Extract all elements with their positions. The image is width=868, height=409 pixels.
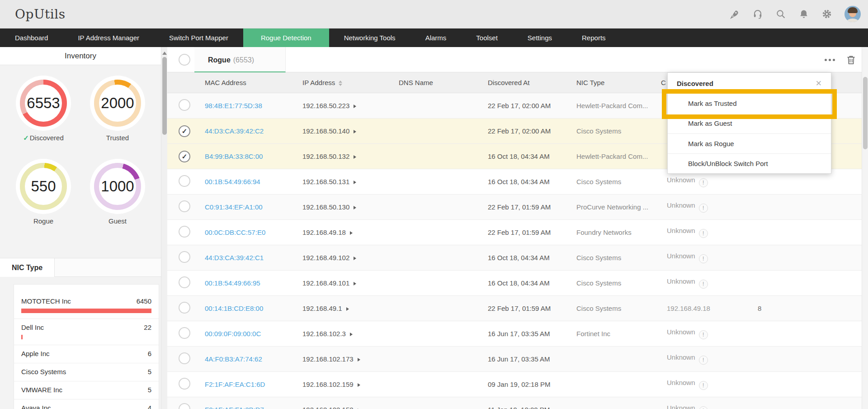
column-header-nic-type[interactable]: NIC Type [573, 79, 656, 86]
expand-caret-icon[interactable] [354, 282, 356, 285]
row-checkbox[interactable] [179, 226, 190, 238]
expand-caret-icon[interactable] [354, 257, 356, 260]
mac-address-link[interactable]: 00:09:0F:09:00:0C [205, 330, 261, 338]
row-checkbox[interactable] [179, 327, 190, 339]
headset-icon[interactable] [752, 9, 763, 19]
expand-caret-icon[interactable] [354, 181, 356, 184]
row-checkbox[interactable] [179, 276, 190, 288]
expand-caret-icon[interactable] [350, 333, 353, 336]
select-all-checkbox[interactable] [179, 54, 190, 66]
scroll-up-arrow-icon[interactable] [162, 49, 167, 55]
mac-address-link[interactable]: B4:99:BA:33:8C:00 [205, 152, 263, 160]
expand-caret-icon[interactable] [354, 130, 356, 133]
unknown-info-icon[interactable]: ! [699, 254, 708, 263]
cell-nic-type: Cisco Systems [573, 254, 656, 262]
nav-item-rogue-detection[interactable]: Rogue Detection [243, 29, 329, 47]
mac-address-link[interactable]: 4A:F0:B3:A7:74:62 [205, 355, 262, 363]
column-header-dns-name[interactable]: DNS Name [395, 79, 484, 86]
main-scrollbar[interactable] [862, 47, 868, 409]
mac-address-link[interactable]: F0:1F:AF:FA:2B:D7 [205, 406, 264, 409]
mac-address-link[interactable]: 00:1B:54:49:66:95 [205, 279, 260, 287]
donut-guest[interactable]: 1000Guest [94, 163, 141, 225]
donut-discovered[interactable]: 6553✓Discovered [20, 80, 67, 142]
unknown-info-icon[interactable]: ! [699, 204, 708, 213]
nav-item-settings[interactable]: Settings [513, 29, 567, 47]
unknown-info-icon[interactable]: ! [699, 406, 708, 409]
dropdown-item-mark-as-guest[interactable]: Mark as Guest [668, 114, 831, 133]
row-checkbox[interactable] [179, 302, 190, 314]
mac-address-link[interactable]: C0:91:34:EF:A1:00 [205, 203, 263, 211]
tab-rogue[interactable]: Rogue(6553) [194, 47, 286, 72]
main-scrollbar-thumb[interactable] [863, 77, 868, 149]
unknown-info-icon[interactable]: ! [699, 330, 708, 339]
rocket-icon[interactable] [729, 9, 740, 19]
row-checkbox[interactable]: ✓ [179, 151, 190, 162]
nic-row-apple-inc[interactable]: Apple Inc6 [14, 345, 159, 363]
dropdown-item-mark-as-trusted[interactable]: Mark as Trusted [668, 94, 831, 114]
nic-row-mototech-inc[interactable]: MOTOTECH Inc6450 [14, 293, 159, 319]
unknown-info-icon[interactable]: ! [699, 280, 708, 289]
mac-address-link[interactable]: 00:14:1B:CD:E8:00 [205, 304, 263, 312]
mac-address-link[interactable]: 44:D3:CA:39:42:C1 [205, 254, 264, 262]
row-checkbox[interactable] [179, 251, 190, 263]
mac-address-link[interactable]: 00:0C:DB:CC:57:E0 [205, 228, 265, 236]
nav-item-toolset[interactable]: Toolset [461, 29, 513, 47]
nic-row-cisco-systems[interactable]: Cisco Systems5 [14, 363, 159, 381]
expand-caret-icon[interactable] [354, 155, 356, 159]
expand-caret-icon[interactable] [358, 358, 360, 361]
nav-item-ip-address-manager[interactable]: IP Address Manager [63, 29, 154, 47]
gear-icon[interactable] [821, 9, 832, 19]
cell-checkbox [167, 251, 201, 264]
nav-item-switch-port-mapper[interactable]: Switch Port Mapper [154, 29, 243, 47]
search-icon[interactable] [775, 9, 786, 19]
nic-name: Dell Inc [21, 323, 44, 331]
nav-item-reports[interactable]: Reports [567, 29, 621, 47]
column-header-discovered-at[interactable]: Discovered At [484, 79, 573, 86]
nic-row-dell-inc[interactable]: Dell Inc22 [14, 319, 159, 345]
donut-trusted[interactable]: 2000Trusted [94, 80, 141, 142]
unknown-info-icon[interactable]: ! [699, 229, 708, 238]
nav-item-alarms[interactable]: Alarms [410, 29, 462, 47]
nav-item-dashboard[interactable]: Dashboard [0, 29, 63, 47]
nic-row-avaya-inc[interactable]: Avaya Inc4 [14, 399, 159, 409]
unknown-info-icon[interactable]: ! [699, 356, 708, 365]
dropdown-item-mark-as-rogue[interactable]: Mark as Rogue [668, 133, 831, 153]
sort-up-arrow [339, 81, 342, 83]
more-actions-icon[interactable] [824, 56, 836, 64]
row-checkbox[interactable] [179, 200, 190, 212]
bell-icon[interactable] [798, 9, 809, 19]
row-checkbox[interactable] [179, 352, 190, 364]
nic-row-vmware-inc[interactable]: VMWARE Inc5 [14, 381, 159, 399]
expand-caret-icon[interactable] [350, 231, 353, 235]
unknown-info-icon[interactable]: ! [699, 381, 708, 390]
tab-strip: Rogue(6553) [167, 47, 862, 72]
expand-caret-icon[interactable] [354, 206, 356, 209]
close-icon[interactable]: ✕ [816, 79, 822, 88]
user-avatar[interactable] [844, 6, 861, 22]
unknown-info-icon[interactable]: ! [699, 178, 708, 187]
sidebar-scrollbar-thumb[interactable] [162, 57, 167, 135]
nic-count: 5 [148, 368, 151, 376]
row-checkbox[interactable]: ✓ [179, 125, 190, 137]
expand-caret-icon[interactable] [354, 105, 356, 108]
mac-address-link[interactable]: 44:D3:CA:39:42:C2 [205, 127, 264, 135]
sidebar-scrollbar[interactable] [161, 47, 167, 409]
delete-icon[interactable] [847, 55, 855, 65]
column-header-mac-address[interactable]: MAC Address [201, 79, 299, 86]
dropdown-item-block-unblock-switch-port[interactable]: Block/UnBlock Switch Port [668, 153, 831, 173]
sort-icon[interactable] [339, 81, 342, 86]
nav-item-networking-tools[interactable]: Networking Tools [329, 29, 410, 47]
expand-caret-icon[interactable] [358, 383, 360, 387]
donut-rogue[interactable]: 550Rogue [20, 163, 67, 225]
expand-caret-icon[interactable] [346, 307, 349, 311]
row-checkbox[interactable] [179, 378, 190, 390]
row-checkbox[interactable] [179, 175, 190, 187]
nic-type-tab[interactable]: NIC Type [0, 258, 55, 277]
dropdown-title: Discovered [677, 80, 713, 87]
mac-address-link[interactable]: 00:1B:54:49:66:94 [205, 178, 260, 185]
row-checkbox[interactable] [179, 403, 190, 409]
row-checkbox[interactable] [179, 99, 190, 111]
mac-address-link[interactable]: F2:1F:AF:EA:C1:6D [205, 380, 265, 388]
column-header-ip-address[interactable]: IP Address [299, 79, 395, 86]
mac-address-link[interactable]: 98:4B:E1:77:5D:38 [205, 102, 262, 109]
